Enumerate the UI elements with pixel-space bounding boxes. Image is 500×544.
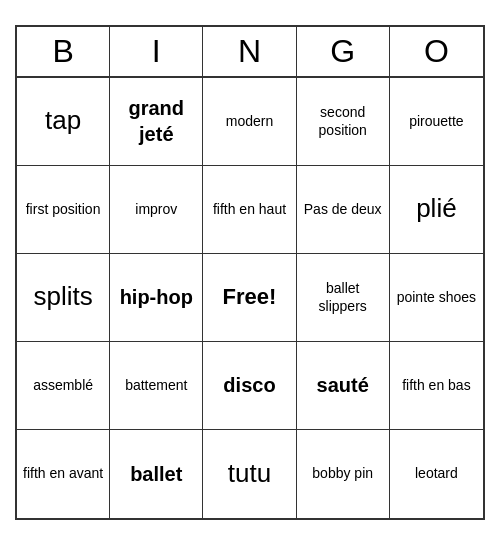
bingo-cell: splits (17, 254, 110, 342)
bingo-cell: disco (203, 342, 296, 430)
bingo-cell: battement (110, 342, 203, 430)
bingo-cell: improv (110, 166, 203, 254)
bingo-cell: grand jeté (110, 78, 203, 166)
bingo-cell: first position (17, 166, 110, 254)
bingo-cell: modern (203, 78, 296, 166)
bingo-cell: Pas de deux (297, 166, 390, 254)
bingo-cell: ballet (110, 430, 203, 518)
bingo-cell: pointe shoes (390, 254, 483, 342)
bingo-cell: leotard (390, 430, 483, 518)
bingo-header-letter: O (390, 27, 483, 76)
bingo-header-letter: G (297, 27, 390, 76)
bingo-header-letter: B (17, 27, 110, 76)
bingo-cell: fifth en haut (203, 166, 296, 254)
bingo-cell: tap (17, 78, 110, 166)
bingo-cell: fifth en avant (17, 430, 110, 518)
bingo-grid: tapgrand jetémodernsecond positionpiroue… (17, 78, 483, 518)
bingo-cell: bobby pin (297, 430, 390, 518)
bingo-cell: plié (390, 166, 483, 254)
bingo-header: BINGO (17, 27, 483, 78)
bingo-cell: assemblé (17, 342, 110, 430)
bingo-cell: sauté (297, 342, 390, 430)
bingo-card: BINGO tapgrand jetémodernsecond position… (15, 25, 485, 520)
bingo-cell: pirouette (390, 78, 483, 166)
bingo-cell: fifth en bas (390, 342, 483, 430)
bingo-header-letter: I (110, 27, 203, 76)
bingo-cell: Free! (203, 254, 296, 342)
bingo-cell: tutu (203, 430, 296, 518)
bingo-header-letter: N (203, 27, 296, 76)
bingo-cell: second position (297, 78, 390, 166)
bingo-cell: hip-hop (110, 254, 203, 342)
bingo-cell: ballet slippers (297, 254, 390, 342)
